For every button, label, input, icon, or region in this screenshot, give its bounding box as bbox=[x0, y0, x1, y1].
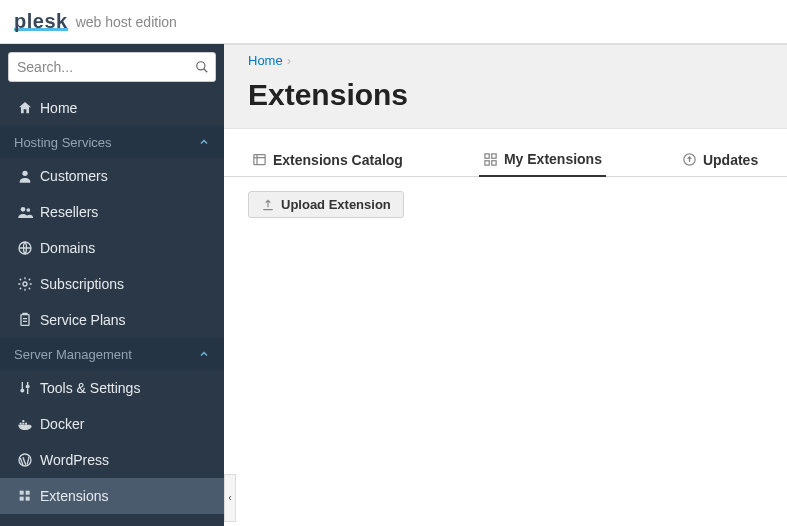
sidebar: Home Hosting Services Customers Reseller… bbox=[0, 44, 224, 526]
section-hosting-services[interactable]: Hosting Services bbox=[0, 126, 224, 158]
brand-logo: plesk bbox=[14, 10, 68, 33]
tools-icon bbox=[14, 380, 36, 396]
main-content: Home› Extensions Extensions Catalog My E… bbox=[224, 44, 787, 526]
chevron-up-icon bbox=[198, 136, 210, 148]
svg-point-6 bbox=[23, 282, 27, 286]
chevron-right-icon: › bbox=[287, 53, 291, 68]
search-input[interactable] bbox=[8, 52, 216, 82]
tab-my-extensions[interactable]: My Extensions bbox=[479, 143, 606, 177]
tabs: Extensions Catalog My Extensions Updates bbox=[224, 143, 787, 177]
updates-icon bbox=[682, 152, 697, 167]
person-icon bbox=[14, 168, 36, 184]
people-icon bbox=[14, 204, 36, 220]
nav-label: Docker bbox=[40, 416, 84, 432]
breadcrumb: Home› bbox=[248, 45, 763, 72]
upload-icon bbox=[261, 198, 275, 212]
nav-label: Domains bbox=[40, 240, 95, 256]
top-bar: plesk web host edition bbox=[0, 0, 787, 44]
svg-rect-16 bbox=[26, 497, 30, 501]
svg-rect-13 bbox=[20, 491, 24, 495]
nav-label: WordPress bbox=[40, 452, 109, 468]
nav-home[interactable]: Home bbox=[0, 90, 224, 126]
svg-point-2 bbox=[22, 171, 27, 176]
svg-rect-14 bbox=[26, 491, 30, 495]
nav-label: Extensions bbox=[40, 488, 108, 504]
svg-rect-7 bbox=[21, 315, 29, 326]
nav-label: Home bbox=[40, 100, 77, 116]
svg-rect-11 bbox=[22, 420, 24, 422]
button-label: Upload Extension bbox=[281, 197, 391, 212]
catalog-icon bbox=[252, 152, 267, 167]
tab-label: Extensions Catalog bbox=[273, 152, 403, 168]
globe-icon bbox=[14, 240, 36, 256]
puzzle-icon bbox=[14, 488, 36, 504]
tab-label: My Extensions bbox=[504, 151, 602, 167]
chevron-up-icon bbox=[198, 348, 210, 360]
nav-subscriptions[interactable]: Subscriptions bbox=[0, 266, 224, 302]
svg-rect-8 bbox=[20, 423, 22, 425]
svg-point-4 bbox=[26, 208, 30, 212]
nav-label: Service Plans bbox=[40, 312, 126, 328]
sidebar-collapse-handle[interactable] bbox=[224, 474, 236, 522]
page-title: Extensions bbox=[248, 72, 763, 128]
nav-label: Customers bbox=[40, 168, 108, 184]
brand-edition: web host edition bbox=[76, 14, 177, 30]
svg-rect-21 bbox=[492, 160, 496, 164]
breadcrumb-home[interactable]: Home bbox=[248, 53, 283, 68]
svg-rect-15 bbox=[20, 497, 24, 501]
section-server-management[interactable]: Server Management bbox=[0, 338, 224, 370]
svg-rect-10 bbox=[25, 423, 27, 425]
nav-extensions[interactable]: Extensions bbox=[0, 478, 224, 514]
clipboard-icon bbox=[14, 312, 36, 328]
nav-tools-settings[interactable]: Tools & Settings bbox=[0, 370, 224, 406]
tab-extensions-catalog[interactable]: Extensions Catalog bbox=[248, 143, 407, 176]
nav-label: Tools & Settings bbox=[40, 380, 140, 396]
section-label: Hosting Services bbox=[14, 135, 112, 150]
nav-label: Subscriptions bbox=[40, 276, 124, 292]
section-label: Server Management bbox=[14, 347, 132, 362]
tab-updates[interactable]: Updates bbox=[678, 143, 762, 176]
svg-point-3 bbox=[21, 207, 26, 212]
svg-line-1 bbox=[204, 69, 208, 73]
nav-service-plans[interactable]: Service Plans bbox=[0, 302, 224, 338]
nav-resellers[interactable]: Resellers bbox=[0, 194, 224, 230]
svg-rect-20 bbox=[485, 160, 489, 164]
docker-icon bbox=[14, 416, 36, 432]
svg-rect-9 bbox=[22, 423, 24, 425]
gear-icon bbox=[14, 276, 36, 292]
nav-docker[interactable]: Docker bbox=[0, 406, 224, 442]
nav-domains[interactable]: Domains bbox=[0, 230, 224, 266]
tab-label: Updates bbox=[703, 152, 758, 168]
home-icon bbox=[14, 100, 36, 116]
svg-rect-17 bbox=[254, 155, 265, 165]
nav-label: Resellers bbox=[40, 204, 98, 220]
wordpress-icon bbox=[14, 452, 36, 468]
upload-extension-button[interactable]: Upload Extension bbox=[248, 191, 404, 218]
svg-rect-19 bbox=[492, 153, 496, 157]
svg-rect-18 bbox=[485, 153, 489, 157]
grid-icon bbox=[483, 152, 498, 167]
search-icon[interactable] bbox=[188, 52, 216, 82]
nav-customers[interactable]: Customers bbox=[0, 158, 224, 194]
svg-point-0 bbox=[197, 62, 205, 70]
nav-wordpress[interactable]: WordPress bbox=[0, 442, 224, 478]
